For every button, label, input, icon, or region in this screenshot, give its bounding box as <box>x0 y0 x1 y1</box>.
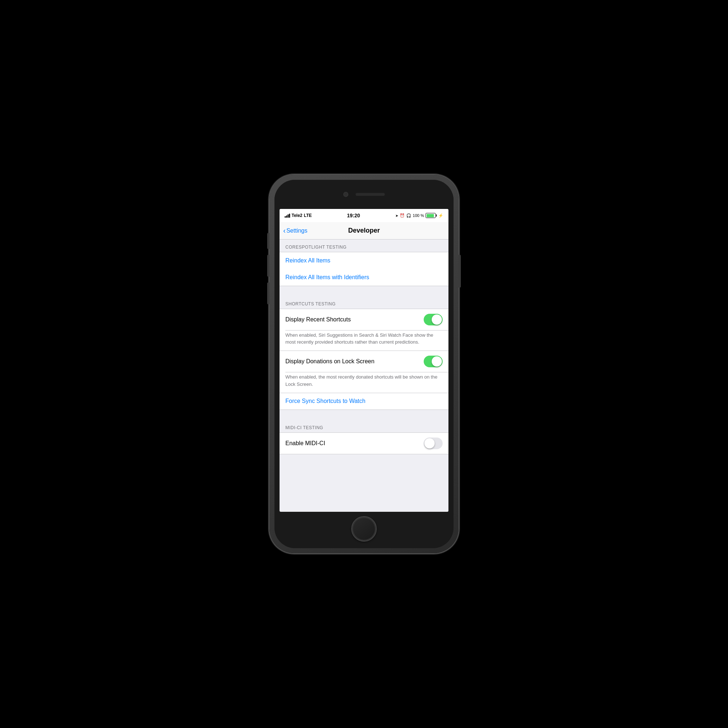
toggle-knob-2 <box>432 356 442 367</box>
back-label: Settings <box>286 228 307 234</box>
status-bar: Tele2 LTE 19:20 ➤ ⏰ 🎧 100 % ⚡ <box>280 209 448 222</box>
display-recent-toggle[interactable] <box>424 314 443 326</box>
alarm-icon: ⏰ <box>400 213 405 218</box>
force-sync-label: Force Sync Shortcuts to Watch <box>285 398 366 404</box>
content-area: CORESPOTLIGHT TESTING Reindex All Items … <box>280 240 448 512</box>
phone-device: Tele2 LTE 19:20 ➤ ⏰ 🎧 100 % ⚡ <box>269 175 459 553</box>
battery-percent: 100 % <box>413 213 424 218</box>
charging-icon: ⚡ <box>438 213 444 218</box>
phone-inner: Tele2 LTE 19:20 ➤ ⏰ 🎧 100 % ⚡ <box>274 180 454 548</box>
toggle-knob <box>432 315 442 325</box>
spacer-2 <box>280 410 448 420</box>
volume-up-button[interactable] <box>267 255 269 277</box>
section-body-corespotlight: Reindex All Items Reindex All Items with… <box>280 252 448 286</box>
chevron-left-icon: ‹ <box>283 227 286 234</box>
location-icon: ➤ <box>395 214 398 218</box>
status-time: 19:20 <box>347 213 360 219</box>
display-recent-label: Display Recent Shortcuts <box>285 316 351 323</box>
display-recent-description: When enabled, Siri Suggestions in Search… <box>285 332 433 345</box>
signal-bar-4 <box>289 214 290 218</box>
section-header-shortcuts: SHORTCUTS TESTING <box>280 296 448 309</box>
top-bezel <box>274 180 454 209</box>
battery-indicator <box>425 213 437 218</box>
display-recent-description-cell: When enabled, Siri Suggestions in Search… <box>280 330 448 350</box>
display-donations-description: When enabled, the most recently donated … <box>285 374 437 387</box>
nav-title: Developer <box>348 227 380 234</box>
carrier-name: Tele2 <box>292 213 303 218</box>
spacer-3 <box>280 454 448 465</box>
network-type: LTE <box>304 213 312 218</box>
section-body-midi: Enable MIDI-CI <box>280 433 448 454</box>
camera <box>343 192 348 197</box>
reindex-all-label: Reindex All Items <box>285 257 330 264</box>
signal-bars <box>284 214 290 218</box>
list-item-display-donations: Display Donations on Lock Screen <box>280 350 448 372</box>
list-item-reindex-all[interactable]: Reindex All Items <box>280 252 448 269</box>
volume-down-button[interactable] <box>267 283 269 304</box>
display-donations-label: Display Donations on Lock Screen <box>285 358 375 365</box>
back-button[interactable]: ‹ Settings <box>283 227 307 234</box>
display-donations-toggle[interactable] <box>424 356 443 367</box>
list-item-reindex-identifiers[interactable]: Reindex All Items with Identifiers <box>280 269 448 286</box>
mute-button[interactable] <box>267 233 269 249</box>
signal-bar-3 <box>288 214 289 218</box>
spacer-1 <box>280 286 448 296</box>
enable-midi-toggle[interactable] <box>424 437 443 449</box>
list-item-enable-midi: Enable MIDI-CI <box>280 433 448 454</box>
reindex-identifiers-label: Reindex All Items with Identifiers <box>285 274 369 281</box>
list-item-display-recent: Display Recent Shortcuts <box>280 309 448 330</box>
section-header-midi: MIDI-CI TESTING <box>280 420 448 433</box>
display-donations-description-cell: When enabled, the most recently donated … <box>280 372 448 392</box>
headphones-icon: 🎧 <box>406 213 411 218</box>
speaker <box>356 193 385 196</box>
nav-bar: ‹ Settings Developer <box>280 222 448 240</box>
power-button[interactable] <box>459 255 461 288</box>
enable-midi-label: Enable MIDI-CI <box>285 440 325 447</box>
signal-bar-2 <box>286 216 287 218</box>
toggle-knob-3 <box>424 438 434 448</box>
section-header-corespotlight: CORESPOTLIGHT TESTING <box>280 240 448 252</box>
signal-bar-1 <box>284 216 286 218</box>
status-right: ➤ ⏰ 🎧 100 % ⚡ <box>395 213 444 218</box>
status-left: Tele2 LTE <box>284 213 312 218</box>
home-button[interactable] <box>351 516 377 541</box>
screen: Tele2 LTE 19:20 ➤ ⏰ 🎧 100 % ⚡ <box>280 209 448 512</box>
section-body-shortcuts: Display Recent Shortcuts When enabled, S… <box>280 309 448 410</box>
list-item-force-sync[interactable]: Force Sync Shortcuts to Watch <box>280 393 448 410</box>
